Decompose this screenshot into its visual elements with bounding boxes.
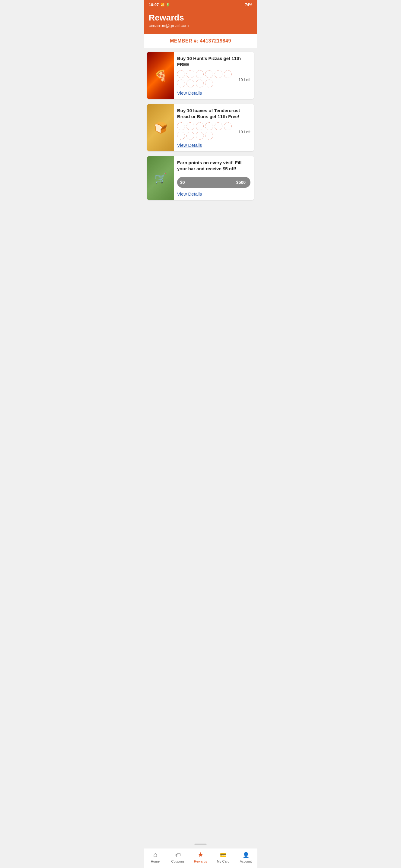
reward-content-bread: Buy 10 loaves of Tendercrust Bread or Bu… bbox=[174, 104, 254, 151]
member-number: MEMBER #: 44137219849 bbox=[170, 38, 231, 43]
member-label: MEMBER #: bbox=[170, 38, 198, 43]
grocery-image bbox=[147, 156, 174, 200]
status-right: 74% bbox=[245, 3, 252, 7]
pizza-count: 10 Left bbox=[238, 78, 251, 82]
pizza-dot-1 bbox=[177, 70, 185, 78]
reward-image-bread bbox=[147, 104, 174, 151]
pizza-dot-4 bbox=[205, 70, 213, 78]
points-reward-title: Earn points on every visit! Fill your ba… bbox=[177, 160, 251, 172]
status-icons: 📶 🔋 bbox=[161, 3, 170, 7]
bread-dots bbox=[177, 122, 236, 140]
pizza-reward-title: Buy 10 Hunt's Pizzas get 11th FREE bbox=[177, 56, 251, 67]
progress-end: $500 bbox=[236, 180, 246, 185]
bread-dot-2 bbox=[187, 122, 194, 130]
pizza-dot-9 bbox=[196, 80, 204, 87]
reward-card-pizza: Buy 10 Hunt's Pizzas get 11th FREE 10 Le… bbox=[147, 52, 254, 99]
pizza-dots bbox=[177, 70, 236, 87]
points-view-details[interactable]: View Details bbox=[177, 191, 251, 196]
member-value: 44137219849 bbox=[200, 38, 231, 43]
main-content: Buy 10 Hunt's Pizzas get 11th FREE 10 Le… bbox=[144, 48, 257, 229]
status-time: 10:07 bbox=[149, 2, 159, 7]
progress-start: $0 bbox=[177, 180, 185, 185]
header: Rewards cimarron@gmail.com bbox=[144, 9, 257, 34]
pizza-dot-2 bbox=[187, 70, 194, 78]
reward-image-grocery bbox=[147, 156, 174, 200]
bread-dot-9 bbox=[196, 132, 204, 140]
bread-dot-8 bbox=[187, 132, 194, 140]
bread-count: 10 Left bbox=[238, 130, 251, 134]
points-progress-bar: $0 $500 bbox=[177, 177, 251, 188]
pizza-dot-5 bbox=[214, 70, 222, 78]
bread-dot-3 bbox=[196, 122, 204, 130]
reward-card-points: Earn points on every visit! Fill your ba… bbox=[147, 156, 254, 200]
bread-dot-5 bbox=[214, 122, 222, 130]
pizza-dot-3 bbox=[196, 70, 204, 78]
pizza-dot-7 bbox=[177, 80, 185, 87]
bread-image bbox=[147, 104, 174, 151]
reward-content-points: Earn points on every visit! Fill your ba… bbox=[174, 156, 254, 200]
status-left: 10:07 📶 🔋 bbox=[149, 2, 170, 7]
pizza-dot-8 bbox=[187, 80, 194, 87]
bread-dot-7 bbox=[177, 132, 185, 140]
header-email: cimarron@gmail.com bbox=[149, 23, 252, 28]
pizza-dot-10 bbox=[205, 80, 213, 87]
pizza-view-details[interactable]: View Details bbox=[177, 90, 251, 96]
bread-dot-10 bbox=[205, 132, 213, 140]
status-bar: 10:07 📶 🔋 74% bbox=[144, 0, 257, 9]
bread-dot-6 bbox=[224, 122, 232, 130]
bread-dot-1 bbox=[177, 122, 185, 130]
page-title: Rewards bbox=[149, 13, 252, 23]
bread-view-details[interactable]: View Details bbox=[177, 143, 251, 148]
reward-content-pizza: Buy 10 Hunt's Pizzas get 11th FREE 10 Le… bbox=[174, 52, 254, 99]
reward-card-bread: Buy 10 loaves of Tendercrust Bread or Bu… bbox=[147, 104, 254, 151]
battery-level: 74% bbox=[245, 3, 252, 7]
bread-dot-4 bbox=[205, 122, 213, 130]
member-section: MEMBER #: 44137219849 bbox=[144, 34, 257, 48]
pizza-image bbox=[147, 52, 174, 99]
bread-reward-title: Buy 10 loaves of Tendercrust Bread or Bu… bbox=[177, 107, 251, 119]
reward-image-pizza bbox=[147, 52, 174, 99]
pizza-dot-6 bbox=[224, 70, 232, 78]
